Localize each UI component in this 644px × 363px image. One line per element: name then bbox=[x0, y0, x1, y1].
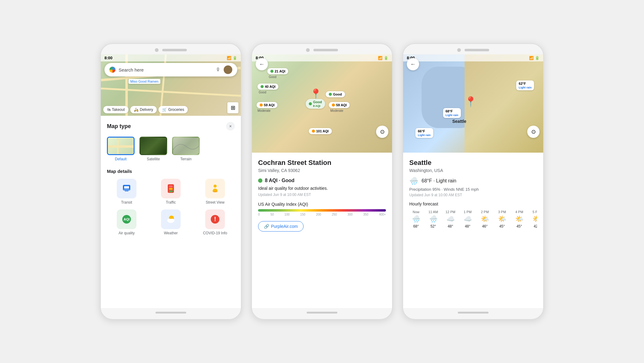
airquality-label: Air quality bbox=[119, 231, 135, 235]
aqi-badge-101: 101 AQI bbox=[309, 128, 332, 134]
phone-1-bottom-bar bbox=[101, 308, 241, 319]
detail-transit[interactable]: Transit bbox=[107, 179, 146, 205]
map-type-label-terrain: Terrain bbox=[180, 157, 192, 161]
purple-air-text: PurpleAir.com bbox=[271, 224, 298, 229]
scene: 8:00 📶 🔋 Search here 🎙 Miso Good Ramen 🛍… bbox=[88, 31, 556, 332]
aqi-value: 8 AQI · Good bbox=[265, 178, 294, 183]
aqi-scale: 0 50 100 150 200 250 300 350 400+ bbox=[258, 213, 386, 216]
external-link-icon: 🔗 bbox=[264, 224, 269, 229]
map-type-panel: Map type × Default bbox=[101, 116, 241, 308]
locate-button-3[interactable]: ⊙ bbox=[527, 126, 540, 138]
chip-delivery[interactable]: 🛵 Delivery bbox=[130, 106, 157, 113]
hourly-temp-7: 42° bbox=[534, 224, 537, 228]
phone-3-home-indicator bbox=[458, 312, 489, 314]
detail-airquality[interactable]: AQI Air quality bbox=[107, 209, 146, 235]
weather-pin-62: 62°FLight rain bbox=[516, 80, 534, 90]
phone-1: 8:00 📶 🔋 Search here 🎙 Miso Good Ramen 🛍… bbox=[100, 43, 242, 320]
hourly-row: Now 🌧️ 68° 11 AM 🌧️ 52° 12 PM ☁️ 48° bbox=[409, 210, 537, 228]
weather-pin-66: 66°FLight rain bbox=[415, 128, 433, 138]
svg-rect-1 bbox=[124, 186, 129, 189]
hourly-icon-7: 🌤️ bbox=[532, 215, 537, 223]
weather-updated: Updated Jun 9 at 10:00 AM EST bbox=[409, 193, 537, 197]
hourly-time-3: 1 PM bbox=[464, 210, 472, 214]
hourly-temp-5: 45° bbox=[499, 224, 505, 228]
city-region: Washington, USA bbox=[409, 168, 537, 173]
close-button[interactable]: × bbox=[226, 122, 235, 131]
layers-button[interactable]: ⊞ bbox=[227, 102, 238, 113]
map-type-thumb-satellite bbox=[139, 137, 167, 155]
map-label-moderate-1: Moderate bbox=[257, 109, 270, 112]
transit-label: Transit bbox=[121, 200, 132, 205]
weather-details: Precipitation 95% · Winds NNE 15 mph bbox=[409, 187, 537, 192]
phone-2-bottom-bar bbox=[252, 308, 392, 319]
map-type-options: Default Satellite bbox=[107, 137, 235, 161]
aqi-status: 8 AQI · Good bbox=[258, 178, 386, 183]
detail-covid[interactable]: ! COVID-19 Info bbox=[195, 209, 235, 235]
city-name: Seattle bbox=[409, 159, 537, 167]
hourly-item-7: 5 PM 🌤️ 42° bbox=[530, 210, 537, 228]
map-type-default[interactable]: Default bbox=[107, 137, 135, 161]
current-weather-icon: 🌧️ bbox=[409, 177, 418, 185]
hourly-item-6: 4 PM 🌤️ 45° bbox=[512, 210, 526, 228]
map-pin-aqi: 📍 bbox=[310, 88, 322, 100]
aqi-map-bg: 21 AQI Good 40 AQI Good 59 AQI Moderate bbox=[252, 54, 392, 153]
map-type-label-satellite: Satellite bbox=[147, 157, 160, 161]
hourly-icon-3: ☁️ bbox=[464, 215, 472, 223]
hourly-icon-1: 🌧️ bbox=[429, 215, 438, 223]
aqi-badge-good-right: Good bbox=[326, 91, 345, 97]
hourly-item-3: 1 PM ☁️ 48° bbox=[461, 210, 474, 228]
map-details-grid: Transit Traffic Street View bbox=[107, 179, 235, 235]
hourly-time-5: 3 PM bbox=[498, 210, 506, 214]
back-button-2[interactable]: ← bbox=[256, 58, 268, 70]
airquality-icon: AQI bbox=[117, 209, 136, 229]
phone-3-top-bar bbox=[403, 44, 543, 54]
mic-icon[interactable]: 🎙 bbox=[216, 67, 221, 72]
google-logo bbox=[109, 67, 116, 73]
hourly-icon-6: 🌤️ bbox=[515, 215, 524, 223]
hourly-temp-6: 45° bbox=[516, 224, 522, 228]
seattle-map-label: Seattle bbox=[452, 119, 466, 124]
search-bar[interactable]: Search here 🎙 bbox=[104, 63, 237, 76]
chip-row: 🛍 Takeout 🛵 Delivery 🛒 Groceries bbox=[103, 106, 188, 113]
phone-3-bottom-bar bbox=[403, 308, 543, 319]
chip-takeout[interactable]: 🛍 Takeout bbox=[103, 106, 128, 113]
phone-2-camera bbox=[306, 48, 310, 52]
hourly-icon-4: 🌤️ bbox=[481, 215, 489, 223]
detail-traffic[interactable]: Traffic bbox=[151, 179, 190, 205]
map-type-thumb-default bbox=[107, 137, 135, 155]
locate-button-2[interactable]: ⊙ bbox=[376, 126, 388, 138]
aqi-badge-59-right: 59 AQI bbox=[329, 102, 350, 108]
covid-icon: ! bbox=[205, 209, 225, 229]
svg-rect-5 bbox=[169, 185, 173, 187]
back-button-3[interactable]: ← bbox=[407, 58, 419, 70]
location-name: Cochran Street Station bbox=[258, 159, 386, 167]
weather-map: 62°FLight rain 68°FLight rain 66°FLight … bbox=[403, 54, 543, 153]
purple-air-link[interactable]: 🔗 PurpleAir.com bbox=[258, 221, 304, 232]
user-avatar[interactable] bbox=[224, 65, 232, 74]
hourly-temp-1: 52° bbox=[430, 224, 436, 228]
detail-streetview[interactable]: Street View bbox=[195, 179, 235, 205]
map-type-satellite[interactable]: Satellite bbox=[139, 137, 167, 161]
aqi-badge-21: 21 AQI bbox=[267, 68, 288, 74]
map-type-terrain[interactable]: Terrain bbox=[172, 137, 200, 161]
aqi-badge-59-left: 59 AQI bbox=[257, 102, 277, 108]
hourly-item-1: 11 AM 🌧️ 52° bbox=[426, 210, 440, 228]
hourly-time-2: 12 PM bbox=[446, 210, 455, 214]
status-bar-2: 8:00 📶 🔋 bbox=[252, 54, 392, 61]
hourly-temp-3: 48° bbox=[465, 224, 470, 228]
chip-groceries[interactable]: 🛒 Groceries bbox=[159, 106, 188, 113]
phone-2-top-bar bbox=[252, 44, 392, 54]
phone-1-home-indicator bbox=[155, 312, 186, 314]
place-label: Miso Good Ramen bbox=[128, 79, 160, 84]
phone-1-speaker bbox=[162, 49, 187, 51]
aqi-updated: Updated Jun 9 at 10:00 AM EST bbox=[258, 193, 386, 197]
phone-2-home-indicator bbox=[307, 312, 337, 314]
location-address: Simi Valley, CA 93062 bbox=[258, 168, 386, 173]
panel-title: Map type bbox=[107, 123, 131, 130]
detail-weather[interactable]: Weather bbox=[151, 209, 190, 235]
hourly-time-0: Now bbox=[413, 210, 419, 214]
phone-3-camera bbox=[457, 48, 461, 52]
weather-temp: 68°F · Light rain bbox=[422, 178, 456, 184]
map-type-label-default: Default bbox=[115, 157, 127, 161]
aqi-index-label: US Air Quality Index (AQI) bbox=[258, 202, 386, 207]
